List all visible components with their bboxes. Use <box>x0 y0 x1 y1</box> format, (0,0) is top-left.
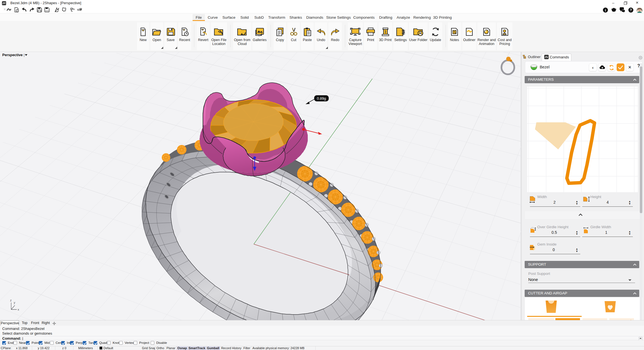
svg-text:z: z <box>10 299 12 302</box>
svg-text:i: i <box>605 8 606 12</box>
svg-text:0.89g: 0.89g <box>317 96 326 101</box>
svg-text:?: ? <box>630 8 632 12</box>
svg-text:x: x <box>18 308 19 311</box>
svg-text:y: y <box>14 301 15 304</box>
